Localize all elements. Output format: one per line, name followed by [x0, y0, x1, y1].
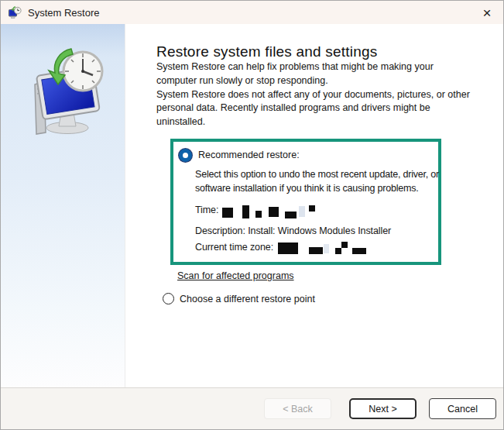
scan-affected-programs-link[interactable]: Scan for affected programs [177, 270, 294, 281]
system-restore-logo [19, 46, 107, 137]
recommended-restore-option[interactable]: Recommended restore: [179, 149, 430, 162]
footer: < Back Next > Cancel [1, 387, 503, 429]
page-title: Restore system files and settings [156, 43, 474, 60]
timezone-row: Current time zone: [195, 242, 430, 254]
window-title: System Restore [28, 7, 99, 19]
intro-paragraph-2: System Restore does not affect any of yo… [156, 88, 474, 129]
recommended-restore-box: Recommended restore: Select this option … [170, 139, 441, 266]
back-button[interactable]: < Back [264, 398, 331, 419]
main-content: Restore system files and settings System… [125, 24, 503, 387]
time-label: Time: [195, 205, 218, 215]
system-restore-icon [9, 6, 22, 19]
restore-description-row: Description: Install: Windows Modules In… [195, 225, 430, 236]
redacted-time-value [218, 205, 315, 218]
next-button[interactable]: Next > [349, 398, 417, 419]
radio-unselected-icon[interactable] [163, 293, 174, 304]
choose-different-restore-label: Choose a different restore point [180, 294, 315, 304]
radio-selected-icon[interactable] [179, 149, 192, 162]
choose-different-restore-option[interactable]: Choose a different restore point [163, 293, 474, 304]
redacted-timezone-value [273, 242, 366, 254]
sidebar [1, 24, 125, 387]
cancel-button[interactable]: Cancel [429, 398, 496, 419]
system-restore-window: System Restore × [0, 0, 504, 430]
recommended-restore-label: Recommended restore: [198, 150, 300, 160]
intro-paragraph-1: System Restore can help fix problems tha… [156, 60, 474, 88]
dialog-body: Restore system files and settings System… [1, 24, 503, 387]
recommended-restore-description: Select this option to undo the most rece… [195, 168, 441, 196]
titlebar: System Restore × [1, 1, 503, 24]
close-icon[interactable]: × [477, 3, 497, 22]
restore-time-row: Time: [195, 205, 430, 218]
timezone-label: Current time zone: [195, 242, 273, 253]
